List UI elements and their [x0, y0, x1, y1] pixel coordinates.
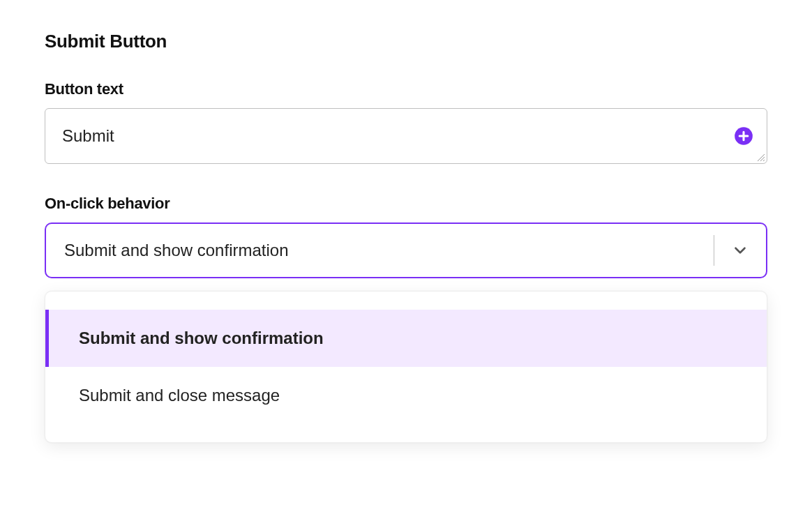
onclick-selected-value: Submit and show confirmation — [46, 241, 714, 260]
button-text-input-wrap — [45, 108, 767, 164]
button-text-label: Button text — [45, 80, 767, 98]
onclick-field: On-click behavior Submit and show confir… — [45, 195, 767, 443]
onclick-option-confirmation[interactable]: Submit and show confirmation — [45, 310, 767, 367]
button-text-field: Button text — [45, 80, 767, 164]
onclick-label: On-click behavior — [45, 195, 767, 213]
button-text-input[interactable] — [45, 108, 767, 164]
onclick-select: Submit and show confirmation Submit and … — [45, 223, 767, 443]
onclick-dropdown: Submit and show confirmation Submit and … — [45, 291, 767, 443]
onclick-select-control[interactable]: Submit and show confirmation — [45, 223, 767, 278]
plus-circle-icon[interactable] — [734, 126, 753, 146]
onclick-option-close[interactable]: Submit and close message — [45, 367, 767, 424]
section-title: Submit Button — [45, 31, 767, 52]
chevron-down-icon[interactable] — [714, 241, 766, 259]
